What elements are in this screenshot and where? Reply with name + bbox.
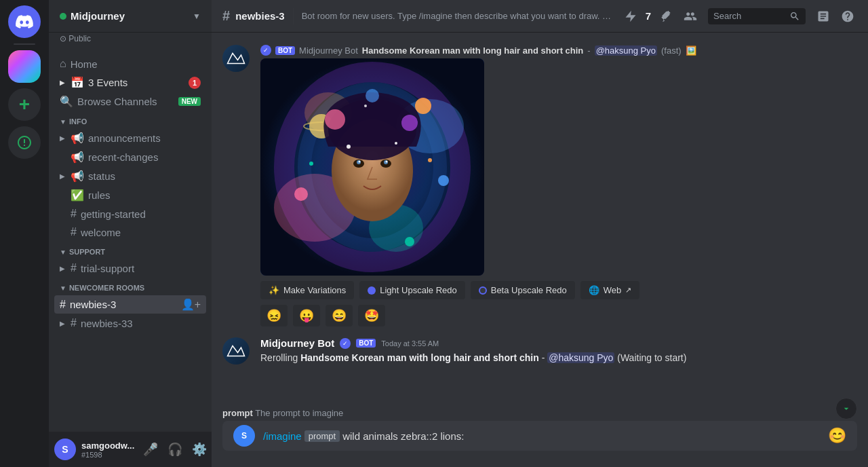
discord-home-button[interactable]	[8, 5, 41, 38]
channel-description: Bot room for new users. Type /imagine th…	[302, 11, 613, 21]
newbies33-label: newbies-33	[81, 318, 133, 329]
embed-speed: (fast)	[661, 45, 682, 56]
sidebar-item-rules[interactable]: ✅ rules	[54, 186, 206, 204]
rules-icon: ✅	[71, 189, 84, 202]
midjourney-server-icon[interactable]	[8, 50, 41, 83]
trial-icon: #	[71, 262, 77, 274]
reroll-message-content: Midjourney Bot ✓ BOT Today at 3:55 AM Re…	[260, 337, 857, 365]
welcome-label: welcome	[81, 227, 121, 238]
announcements-label: announcements	[88, 132, 161, 144]
browse-label: Browse Channels	[77, 96, 157, 107]
sidebar-item-events[interactable]: ▶ 📅 3 Events 1	[54, 73, 206, 92]
pin-button[interactable]	[656, 7, 675, 26]
svg-point-27	[428, 158, 432, 162]
sidebar-item-newbies-33[interactable]: ▶ # newbies-33	[54, 314, 206, 332]
input-user-avatar: S	[233, 425, 255, 447]
sidebar-item-welcome[interactable]: # welcome	[54, 223, 206, 241]
light-upscale-label: Light Upscale Redo	[380, 285, 456, 295]
reaction-buttons: 😖 😛 😄 🤩	[260, 305, 857, 326]
chat-input-wrapper: S /imagine prompt 😊	[222, 421, 857, 451]
light-upscale-redo-button[interactable]: Light Upscale Redo	[359, 281, 465, 299]
chat-area: ✓ BOT Midjourney Bot Handsome Korean man…	[212, 33, 868, 405]
sidebar-item-getting-started[interactable]: # getting-started	[54, 205, 206, 223]
sidebar-item-browse-channels[interactable]: 🔍 Browse Channels NEW	[54, 92, 206, 111]
newcomer-section-header[interactable]: ▼ NEWCOMER ROOMS	[49, 280, 212, 295]
search-bar[interactable]	[708, 8, 806, 24]
chat-input-area: prompt The prompt to imagine S /imagine …	[212, 405, 868, 467]
server-header[interactable]: Midjourney ▼	[49, 0, 212, 33]
newbies33-chevron: ▶	[60, 320, 65, 327]
newcomer-section-label: NEWCOMER ROOMS	[69, 284, 144, 292]
events-icon: 📅	[71, 76, 84, 89]
inbox-button[interactable]	[814, 7, 833, 26]
deafen-button[interactable]: 🎧	[164, 438, 186, 460]
member-count: 7	[646, 10, 651, 22]
recent-changes-icon: 📢	[71, 151, 84, 164]
emoji-picker-button[interactable]: 😊	[828, 427, 846, 445]
reaction-grin[interactable]: 😄	[326, 305, 353, 326]
sidebar-item-status[interactable]: ▶ 📢 status	[54, 167, 206, 185]
add-member-icon[interactable]: 👤+	[181, 298, 201, 311]
embed-author-row: ✓ BOT Midjourney Bot Handsome Korean man…	[260, 45, 857, 56]
svg-point-26	[364, 105, 367, 107]
message-input[interactable]	[342, 430, 820, 442]
sidebar-item-newbies-3[interactable]: # newbies-3 👤+	[54, 295, 206, 314]
reaction-tongue[interactable]: 😛	[293, 305, 320, 326]
reaction-sad[interactable]: 😖	[260, 305, 288, 326]
members-button[interactable]	[681, 7, 700, 26]
prompt-hint: prompt The prompt to imagine	[222, 405, 857, 421]
embed-bot-badge: BOT	[275, 46, 295, 55]
mute-button[interactable]: 🎤	[140, 438, 161, 460]
sidebar-item-trial-support[interactable]: ▶ # trial-support	[54, 259, 206, 277]
search-button[interactable]	[705, 5, 808, 27]
channel-hash: #	[222, 8, 230, 24]
reroll-text: Rerolling Handsome Korean man with long …	[260, 352, 857, 365]
svg-point-18	[359, 161, 361, 163]
web-button[interactable]: 🌐 Web ↗	[580, 281, 640, 299]
input-command: /imagine	[263, 430, 302, 442]
server-name: Midjourney	[60, 10, 125, 22]
info-section-label: INFO	[69, 117, 87, 126]
sidebar-item-home[interactable]: ⌂ Home	[54, 55, 206, 73]
scroll-to-bottom-button[interactable]	[835, 398, 857, 419]
reroll-prompt: Handsome Korean man with long hair and s…	[300, 352, 539, 363]
embed-prompt-text: Handsome Korean man with long hair and s…	[362, 45, 583, 56]
trial-label: trial-support	[81, 263, 134, 274]
support-section-header[interactable]: ▼ SUPPORT	[49, 244, 212, 259]
beta-upscale-redo-button[interactable]: Beta Upscale Redo	[471, 281, 575, 299]
server-list: +	[0, 0, 49, 467]
image-message-content: ✓ BOT Midjourney Bot Handsome Korean man…	[260, 45, 857, 326]
svg-point-24	[347, 145, 351, 149]
info-section: ▼ INFO ▶ 📢 announcements 📢 recent-change…	[49, 113, 212, 241]
help-button[interactable]	[838, 7, 857, 26]
input-label: prompt	[304, 430, 340, 442]
search-input[interactable]	[713, 11, 787, 21]
bot-author-name: Midjourney Bot	[260, 337, 334, 349]
sidebar-item-announcements[interactable]: ▶ 📢 announcements	[54, 129, 206, 147]
reaction-star-eyes[interactable]: 🤩	[358, 305, 385, 326]
trial-chevron: ▶	[60, 265, 65, 272]
events-badge: 1	[189, 77, 201, 89]
newcomer-rooms-section: ▼ NEWCOMER ROOMS # newbies-3 👤+ ▶ # newb…	[49, 280, 212, 332]
add-server-button[interactable]: +	[8, 88, 41, 121]
discover-servers-button[interactable]	[8, 126, 41, 159]
new-badge: NEW	[178, 97, 201, 106]
bolt-button[interactable]	[621, 7, 640, 26]
midjourney-bot-avatar	[222, 45, 250, 72]
top-bar: # newbies-3 Bot room for new users. Type…	[212, 0, 868, 33]
web-icon: 🌐	[589, 285, 599, 295]
server-dropdown-icon: ▼	[193, 12, 201, 21]
sidebar-item-recent-changes[interactable]: 📢 recent-changes	[54, 148, 206, 166]
info-section-header[interactable]: ▼ INFO	[49, 113, 212, 128]
embed-author-name: Midjourney Bot	[299, 45, 358, 56]
announcements-icon: 📢	[71, 132, 84, 145]
generated-image[interactable]	[260, 58, 484, 276]
settings-button[interactable]: ⚙️	[189, 438, 210, 460]
user-discriminator: #1598	[81, 451, 134, 459]
embed-separator: -	[587, 45, 590, 56]
beta-upscale-icon	[479, 286, 487, 295]
topbar-actions: 7	[621, 5, 857, 27]
chat-input-content: /imagine prompt	[263, 421, 820, 451]
make-variations-button[interactable]: ✨ Make Variations	[260, 281, 354, 299]
image-message: ✓ BOT Midjourney Bot Handsome Korean man…	[222, 43, 857, 328]
